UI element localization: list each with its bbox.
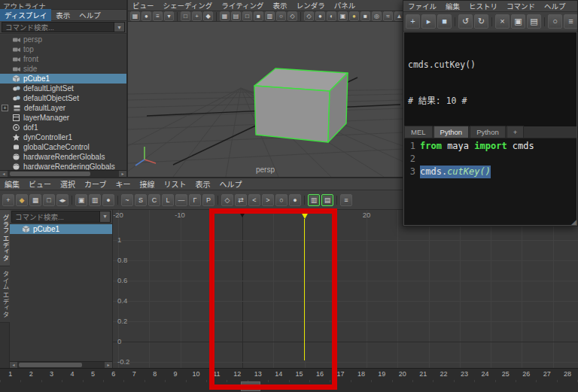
plateau-tangents-icon[interactable]: P <box>202 194 214 206</box>
menu-シェーディング[interactable]: シェーディング <box>159 0 218 11</box>
linear-tangents-icon[interactable]: L <box>162 194 174 206</box>
menu-編集[interactable]: 編集 <box>441 0 464 12</box>
grid-toggle-icon[interactable]: ▦ <box>220 11 230 21</box>
code-line[interactable]: 1from maya import cmds <box>404 140 576 153</box>
outliner-search-input[interactable]: コマンド検索... <box>2 22 114 32</box>
swap-buffer-curve-icon[interactable]: ⇄ <box>235 194 247 206</box>
insert-keys-tool-icon[interactable]: ◆ <box>16 194 28 206</box>
frame-label-15[interactable]: 15 <box>289 370 309 380</box>
frame-label-13[interactable]: 13 <box>248 370 268 380</box>
break-tangents-icon[interactable]: < <box>248 194 260 206</box>
scroll-right-icon[interactable]: ▸ <box>105 362 112 368</box>
frame-label-10[interactable]: 10 <box>186 370 206 380</box>
scroll-right-icon[interactable]: ▸ <box>119 171 126 177</box>
frame-label-14[interactable]: 14 <box>268 370 288 380</box>
frame-label-16[interactable]: 16 <box>309 370 330 380</box>
tab-Python[interactable]: Python <box>470 126 506 138</box>
item-defaultObjectSet[interactable]: defaultObjectSet <box>0 93 126 103</box>
menu-カーブ[interactable]: カーブ <box>80 178 111 190</box>
menu-ヒストリ[interactable]: ヒストリ <box>464 0 502 12</box>
gate-mask-icon[interactable]: ■ <box>254 11 263 21</box>
menu-表示[interactable]: 表示 <box>190 178 214 190</box>
tab-+[interactable]: + <box>507 126 525 138</box>
menu-ビュー[interactable]: ビュー <box>24 178 56 190</box>
current-frame-indicator[interactable]: 10 <box>241 381 260 391</box>
use-all-lights-icon[interactable]: ● <box>349 11 359 21</box>
frame-label-27[interactable]: 27 <box>537 370 557 380</box>
frame-label-18[interactable]: 18 <box>351 370 371 380</box>
frame-label-24[interactable]: 24 <box>475 370 495 380</box>
selected-cube[interactable] <box>254 68 348 142</box>
select-camera-icon[interactable]: ▦ <box>130 11 140 21</box>
side-tab-グラフ エディタ[interactable]: グラフ エディタ <box>0 210 11 266</box>
item-dynController1[interactable]: dynController1 <box>0 132 126 142</box>
tab-Python[interactable]: Python <box>434 126 470 138</box>
frame-label-19[interactable]: 19 <box>372 370 392 380</box>
undo-icon[interactable]: ↺ <box>458 14 473 29</box>
field-chart-icon[interactable]: ▥ <box>265 11 275 21</box>
buffer-curve-snapshot-icon[interactable]: ◇ <box>221 194 233 206</box>
chevron-down-icon[interactable]: ▾ <box>100 211 111 223</box>
resize-grip-icon[interactable]: ◢ <box>571 219 576 226</box>
frame-label-23[interactable]: 23 <box>454 370 474 380</box>
frame-all-icon[interactable]: ▣ <box>75 194 87 206</box>
frame-label-28[interactable]: 28 <box>557 370 577 380</box>
new-script-icon[interactable]: + <box>406 14 420 29</box>
frame-label-20[interactable]: 20 <box>392 370 412 380</box>
scroll-left-icon[interactable]: ◂ <box>10 362 17 368</box>
item-defaultLayer[interactable]: +defaultLayer <box>0 103 126 113</box>
cut-icon[interactable]: × <box>495 14 510 29</box>
perspective-viewport[interactable]: ビューシェーディングライティング表示レンダラパネル ▦●≡▾□+◆▦▤□■▥○◇… <box>128 0 403 177</box>
item-side[interactable]: side <box>0 64 126 74</box>
frame-label-9[interactable]: 9 <box>165 370 185 380</box>
scrollbar-thumb[interactable] <box>19 363 82 367</box>
item-pCube1[interactable]: pCube1 <box>0 74 126 84</box>
chevron-down-icon[interactable]: ▾ <box>114 22 125 32</box>
redo-icon[interactable]: ↻ <box>474 14 488 29</box>
graph-curve-area[interactable]: 10.80.60.40.20-0.2-20-1020 <box>113 210 578 368</box>
frame-label-22[interactable]: 22 <box>434 370 454 380</box>
frame-label-21[interactable]: 21 <box>412 370 433 380</box>
grease-pencil-icon[interactable]: ◆ <box>203 11 213 21</box>
smooth-shade-all-icon[interactable]: ● <box>315 11 325 21</box>
frame-label-6[interactable]: 6 <box>103 370 123 380</box>
open-script-icon[interactable]: ▸ <box>421 14 436 29</box>
echo-all-commands-icon[interactable]: ≡ <box>564 14 577 29</box>
auto-tangents-icon[interactable]: ~ <box>121 194 133 206</box>
frame-label-7[interactable]: 7 <box>124 370 144 380</box>
menu-パネル[interactable]: パネル <box>330 0 360 11</box>
paste-icon[interactable]: ▤ <box>527 14 541 29</box>
menu-編集[interactable]: 編集 <box>0 178 24 190</box>
menu-表示[interactable]: 表示 <box>51 9 75 21</box>
item-dof1[interactable]: dof1 <box>0 123 126 132</box>
frame-playback-range-icon[interactable]: ▥ <box>89 194 101 206</box>
item-hardwareRenderGlobals[interactable]: hardwareRenderGlobals <box>0 152 126 162</box>
lock-tangent-weight-icon[interactable]: ● <box>289 194 301 206</box>
clear-history-icon[interactable]: ○ <box>548 14 562 29</box>
frame-label-11[interactable]: 11 <box>206 370 227 380</box>
shadows-icon[interactable]: ■ <box>360 11 370 21</box>
script-input-area[interactable]: 1from maya import cmds23cmds.cutKey() <box>404 138 576 225</box>
graph-search-input[interactable]: コマンド検索... <box>11 211 100 223</box>
textured-icon[interactable]: ▣ <box>338 11 348 21</box>
lattice-deform-keys-tool-icon[interactable]: ▦ <box>29 194 41 206</box>
value-snap-icon[interactable]: ▤ <box>321 194 333 206</box>
camera-attributes-icon[interactable]: ≡ <box>153 11 163 21</box>
item-persp[interactable]: persp <box>0 35 126 44</box>
item-pCube1[interactable]: pCube1 <box>10 224 112 234</box>
menu-接線[interactable]: 接線 <box>135 178 159 190</box>
item-defaultLightSet[interactable]: defaultLightSet <box>0 84 126 93</box>
frame-label-3[interactable]: 3 <box>41 370 62 380</box>
menu-ヘルプ[interactable]: ヘルプ <box>214 178 246 190</box>
menu-選択[interactable]: 選択 <box>56 178 80 190</box>
item-front[interactable]: front <box>0 54 126 64</box>
menu-ディスプレイ[interactable]: ディスプレイ <box>0 9 51 21</box>
copy-icon[interactable]: ▣ <box>511 14 525 29</box>
wireframe-icon[interactable]: ◇ <box>304 11 314 21</box>
graph-editor-options-icon[interactable]: ≡ <box>340 194 352 206</box>
motion-blur-icon[interactable]: ≈ <box>383 11 393 21</box>
time-snap-icon[interactable]: ▥ <box>308 194 320 206</box>
frame-label-2[interactable]: 2 <box>20 370 41 380</box>
bookmarks-icon[interactable]: ▾ <box>164 11 174 21</box>
outliner-horizontal-scrollbar[interactable]: ◂ ▸ <box>0 170 126 177</box>
